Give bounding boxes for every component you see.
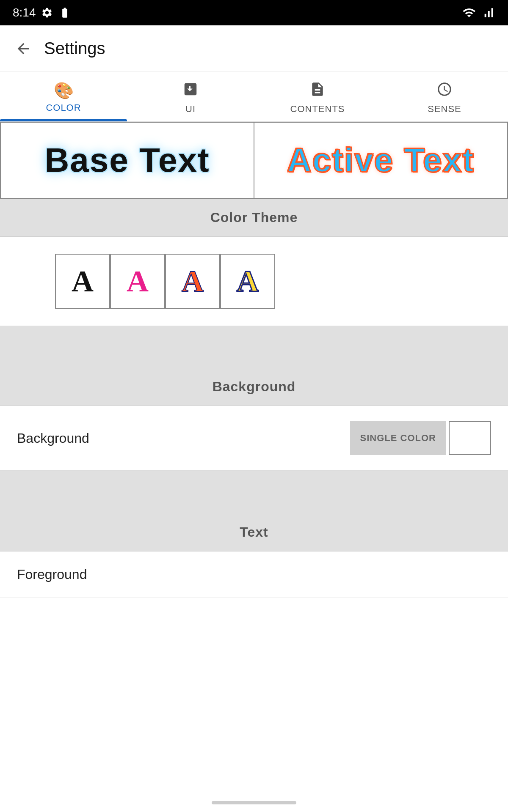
- toolbar: Settings: [0, 25, 508, 72]
- status-time: 8:14: [13, 6, 36, 19]
- swatch-yellow-label: A: [237, 264, 259, 299]
- swatch-pink[interactable]: A: [110, 254, 165, 309]
- back-button[interactable]: [13, 38, 34, 59]
- gear-icon: [40, 6, 54, 19]
- background-controls: SINGLE COLOR: [350, 421, 491, 455]
- battery-icon: [58, 6, 72, 19]
- tab-sense[interactable]: SENSE: [381, 72, 508, 121]
- download-box-icon: [182, 81, 199, 101]
- status-bar-left: 8:14: [13, 6, 72, 19]
- status-bar: 8:14: [0, 0, 508, 25]
- swatch-orange-dark[interactable]: A: [165, 254, 220, 309]
- preview-active[interactable]: Active Text: [254, 122, 508, 198]
- document-icon: [309, 81, 326, 101]
- swatch-orange-label: A: [182, 264, 204, 299]
- base-text-preview: Base Text: [44, 141, 210, 180]
- background-header: Background: [0, 368, 508, 406]
- wifi-icon: [462, 6, 476, 19]
- tab-ui[interactable]: UI: [127, 72, 254, 121]
- swatch-yellow-dark[interactable]: A: [220, 254, 275, 309]
- palette-icon: 🎨: [54, 81, 74, 100]
- swatch-black[interactable]: A: [55, 254, 110, 309]
- home-bar: [212, 801, 296, 804]
- tab-contents-label: CONTENTS: [290, 104, 345, 115]
- signal-icon: [482, 6, 495, 19]
- background-setting-row: Background SINGLE COLOR: [0, 406, 508, 471]
- swatch-pink-label: A: [127, 264, 149, 299]
- tab-contents[interactable]: CONTENTS: [254, 72, 381, 121]
- preview-base[interactable]: Base Text: [0, 122, 254, 198]
- text-header: Text: [0, 513, 508, 551]
- status-bar-right: [462, 6, 495, 19]
- swatch-black-label: A: [72, 264, 94, 299]
- foreground-row: Foreground: [0, 551, 508, 598]
- foreground-label: Foreground: [17, 567, 87, 582]
- color-theme-header: Color Theme: [0, 199, 508, 236]
- page-title: Settings: [44, 39, 105, 58]
- theme-swatches: A A A A: [0, 237, 508, 326]
- background-row-label: Background: [17, 431, 89, 446]
- clock-circle-icon: [436, 81, 453, 101]
- tab-color-label: COLOR: [46, 102, 81, 113]
- tab-color[interactable]: 🎨 COLOR: [0, 72, 127, 121]
- tabs-bar: 🎨 COLOR UI CONTENTS SENSE: [0, 72, 508, 122]
- background-color-swatch[interactable]: [449, 421, 491, 455]
- single-color-button[interactable]: SINGLE COLOR: [350, 421, 446, 455]
- tab-ui-label: UI: [185, 104, 196, 115]
- active-text-preview: Active Text: [287, 141, 475, 180]
- preview-row: Base Text Active Text: [0, 122, 508, 199]
- tab-sense-label: SENSE: [428, 104, 461, 115]
